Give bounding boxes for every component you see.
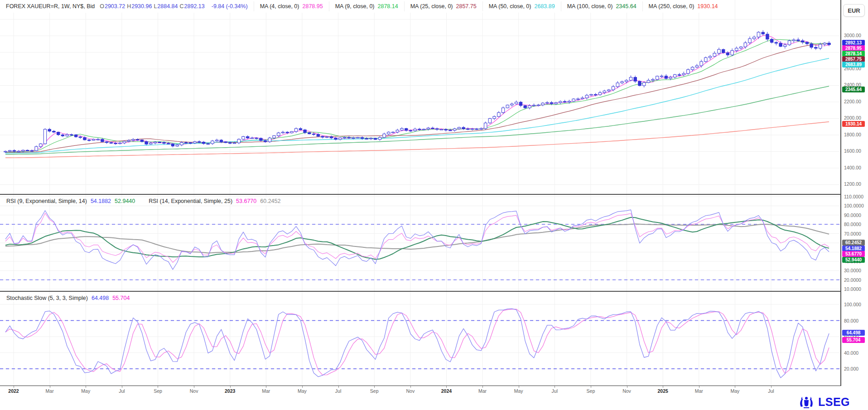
rsi-axis-label: 80.0000 (844, 222, 861, 227)
time-axis-label: Jul (119, 388, 125, 394)
main-price-chart[interactable] (0, 0, 840, 194)
ma-value: 2878.14 (378, 3, 398, 10)
currency-button[interactable]: EUR (843, 4, 865, 17)
time-tick (50, 386, 50, 388)
time-tick (410, 386, 411, 388)
candlestick-series (4, 30, 830, 153)
time-axis-label: Mar (46, 388, 54, 394)
legend-item: RSI (9, Exponential, Simple, 14) (6, 198, 87, 204)
time-axis-label: Jul (335, 388, 341, 394)
time-tick (555, 386, 555, 388)
ohlc-values: O2903.72H2930.96L2884.84C2892.13 (98, 3, 205, 10)
time-tick (158, 386, 158, 388)
price-axis-label: 3000.00 (844, 33, 861, 38)
time-axis-label: Mar (262, 388, 270, 394)
time-tick (122, 386, 122, 388)
price-badge: 1930.14 (842, 121, 865, 127)
ma-label: MA (9, close, 0) (335, 3, 375, 10)
ma-label: MA (4, close, 0) (260, 3, 299, 10)
stoch-axis-label: 40.000 (844, 350, 858, 356)
time-tick (519, 386, 519, 388)
legend-item: 54.1882 (91, 198, 111, 204)
time-axis-label: Nov (622, 388, 631, 394)
rsi-axis-label: 20.0000 (844, 277, 861, 283)
ma-value: 2345.64 (616, 3, 636, 10)
legend-item: 53.6770 (236, 198, 256, 204)
stoch-axis-label: 20.000 (844, 366, 858, 371)
chart-application: FOREX XAUEUR=R, 1W, NY$, Bid O2903.72H29… (0, 0, 868, 410)
time-axis-label: 2025 (657, 388, 668, 394)
price-axis[interactable]: EUR 3000.002800.002600.002400.002200.002… (841, 0, 868, 386)
panel-divider-rsi-stoch[interactable] (0, 291, 841, 292)
change-value: -9.84 (-0.34%) (212, 3, 248, 10)
ma-label: MA (25, close, 0) (410, 3, 453, 10)
time-tick (627, 386, 627, 388)
time-axis-label: Sep (370, 388, 379, 394)
ma-legend-cell-50: MA (50, close, 0)2683.89 (483, 1, 561, 11)
time-axis-label: Mar (695, 388, 703, 394)
time-axis[interactable]: 2022MarMayJulSepNov2023MarMayJulSepNov20… (0, 386, 841, 396)
time-axis-label: 2024 (441, 388, 452, 394)
price-axis-label: 1200.00 (844, 181, 861, 187)
ohlc-label: C (180, 3, 184, 10)
lseg-wordmark: LSEG (818, 396, 850, 409)
time-tick (446, 386, 447, 388)
price-badge: 64.498 (842, 330, 865, 336)
chart-legend-bar: FOREX XAUEUR=R, 1W, NY$, Bid O2903.72H29… (0, 0, 724, 13)
legend-item: 64.498 (92, 295, 109, 301)
ma-label: MA (100, close, 0) (567, 3, 613, 10)
ma-label: MA (250, close, 0) (649, 3, 694, 10)
rsi-axis-label: 10.0000 (844, 286, 861, 292)
rsi-panel-chart[interactable] (0, 195, 840, 291)
ohlc-value: 2884.84 (157, 3, 178, 10)
time-tick (338, 386, 339, 388)
time-tick (302, 386, 303, 388)
price-axis-label: 1800.00 (844, 132, 861, 137)
time-tick (230, 386, 231, 388)
price-badge: 55.704 (842, 337, 865, 343)
price-badge: 2683.89 (842, 62, 865, 68)
price-badge: 53.6770 (842, 251, 865, 257)
time-axis-label: Jul (768, 388, 774, 394)
ohlc-value: 2903.72 (105, 3, 125, 10)
ma-legend-cell-9: MA (9, close, 0)2878.14 (329, 1, 405, 11)
time-tick (14, 386, 14, 388)
time-axis-label: Mar (478, 388, 487, 394)
ohlc-value: 2892.13 (184, 3, 205, 10)
lseg-crest-icon (798, 395, 815, 409)
price-badge: 60.2452 (842, 240, 865, 246)
time-tick (482, 386, 483, 388)
time-axis-label: Sep (587, 388, 595, 394)
price-badge: 52.9440 (842, 257, 865, 263)
ma-value: 2878.95 (302, 3, 323, 10)
rsi-axis-label: 90.0000 (844, 212, 861, 218)
ma-value: 2683.89 (534, 3, 555, 10)
panel-divider-main-rsi[interactable] (0, 194, 841, 195)
time-axis-label: Nov (190, 388, 198, 394)
symbol-title: FOREX XAUEUR=R, 1W, NY$, Bid (6, 3, 95, 10)
time-axis-label: May (730, 388, 739, 394)
time-tick (735, 386, 735, 388)
price-axis-label: 2200.00 (844, 99, 861, 104)
ma-value: 2857.75 (456, 3, 477, 10)
ma-value: 1930.14 (697, 3, 718, 10)
time-axis-label: Sep (154, 388, 162, 394)
time-axis-label: 2023 (225, 388, 235, 394)
stochastic-legend: Stochastic Slow (5, 3, 3, Simple)64.4985… (5, 294, 131, 302)
stochastic-panel-chart[interactable] (0, 292, 840, 386)
ma-label: MA (50, close, 0) (489, 3, 531, 10)
price-badge: 54.1882 (842, 246, 865, 251)
time-axis-label: May (81, 388, 90, 394)
legend-item: Stochastic Slow (5, 3, 3, Simple) (6, 295, 88, 301)
time-tick (591, 386, 591, 388)
time-tick (86, 386, 86, 388)
time-tick (663, 386, 663, 388)
legend-item: 55.704 (112, 295, 130, 301)
time-tick (374, 386, 375, 388)
time-axis-label: May (514, 388, 523, 394)
ohlc-label: H (127, 3, 131, 10)
time-tick (699, 386, 699, 388)
rsi-axis-label: 100.0000 (844, 203, 864, 208)
rsi-axis-label: 110.0000 (844, 194, 863, 199)
price-axis-label: 1600.00 (844, 148, 861, 154)
